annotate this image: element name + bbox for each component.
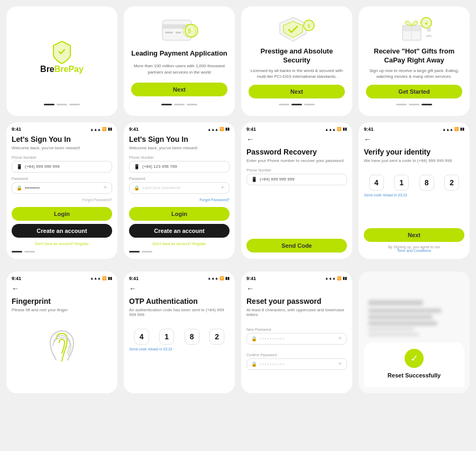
forgot-pw-1: Forgot Password?	[12, 198, 112, 202]
signal-icon-5: ▲▲▲	[90, 276, 101, 280]
security-title: Prestige and Absolute Security	[249, 47, 345, 65]
password-input-2[interactable]: 🔒 input your password 👁	[129, 182, 230, 194]
fingerprint-icon	[46, 328, 78, 365]
eye-icon-new[interactable]: 👁	[338, 336, 342, 341]
phone-input-2[interactable]: 📱 (+84) 123 456 789	[129, 161, 230, 173]
recovery-title: Password Recovery	[246, 148, 347, 157]
eye-icon-2[interactable]: 👁	[221, 185, 225, 190]
eye-icon-1[interactable]: 👁	[103, 185, 107, 190]
gifts-desc: Sign up now to receive a large gift pack…	[366, 68, 462, 79]
status-time-5: 9:41	[12, 276, 21, 281]
register-link-2[interactable]: Register	[193, 242, 206, 246]
status-icons-2: ▲▲▲ 🛜 ▮▮	[207, 127, 230, 131]
new-pw-input[interactable]: 🔒 •••••••••• 👁	[246, 333, 347, 345]
dot-b2	[142, 251, 152, 252]
new-pw-label: New Password	[246, 328, 347, 331]
back-arrow-6[interactable]: ←	[129, 284, 230, 293]
forgot-pw-link-1[interactable]: Forgot Password?	[82, 198, 112, 202]
new-pw-dots: ••••••••••	[260, 336, 335, 341]
password-placeholder-2: input your password	[142, 185, 218, 190]
onboarding-card-gifts: ♦ Receive "Hot" Gifts from CaPay Right A…	[359, 6, 470, 116]
signal-icon-2: ▲▲▲	[207, 128, 218, 131]
phone-icon-1: 📱	[16, 164, 22, 169]
success-label: Reset Successfully	[388, 372, 441, 378]
verify-identity-card: 9:41 ▲▲▲ 🛜 ▮▮ ← Verify your identity We …	[359, 122, 470, 259]
svg-text:$: $	[188, 28, 191, 34]
status-bar-2: 9:41 ▲▲▲ 🛜 ▮▮	[129, 127, 230, 132]
otp-digit-7[interactable]: 8	[185, 329, 199, 345]
svg-rect-2	[165, 32, 173, 33]
dot-1	[396, 104, 407, 105]
login-button-1[interactable]: Login	[12, 207, 112, 221]
status-icons-4: ▲▲▲ 🛜 ▮▮	[442, 127, 464, 131]
forgot-pw-2: Forgot Password?	[129, 198, 230, 202]
signal-icon: ▲▲▲	[90, 128, 101, 131]
confirm-pw-input[interactable]: 🔒 •••••••••• 👁	[246, 358, 347, 370]
bottom-dots-2	[129, 251, 230, 252]
password-input-1[interactable]: 🔒 •••••••••• 👁	[12, 182, 112, 194]
security-next-button[interactable]: Next	[249, 85, 345, 98]
brepay-logo-icon	[49, 39, 75, 65]
otp-digit-4[interactable]: 2	[444, 175, 459, 191]
status-bar-4: 9:41 ▲▲▲ 🛜 ▮▮	[364, 127, 464, 132]
forgot-pw-link-2[interactable]: Forgot Password?	[199, 198, 230, 202]
dot-2	[174, 104, 185, 105]
phone-input-1[interactable]: 📱 (+84) 999 999 999	[12, 161, 112, 173]
otp-digit-1[interactable]: 4	[369, 175, 384, 191]
battery-icon-4: ▮▮	[460, 127, 464, 131]
status-icons-5: ▲▲▲ 🛜 ▮▮	[90, 276, 112, 281]
lock-icon-new: 🔒	[251, 336, 257, 341]
onboarding-card-payment: $ Leading Payment Application More than …	[124, 6, 235, 116]
terms-link[interactable]: Term and Conditions	[397, 249, 431, 252]
otp-digit-3[interactable]: 8	[419, 175, 434, 191]
signin-subtitle-1: Welcome back, you've been missed!	[12, 146, 112, 150]
dot-2	[57, 104, 67, 105]
otp-digit-5[interactable]: 4	[134, 329, 149, 345]
dot-3	[304, 104, 315, 105]
password-recovery-card: 9:41 ▲▲▲ 🛜 ▮▮ ← Password Recovery Enter …	[241, 122, 352, 259]
get-started-button[interactable]: Get Started	[366, 85, 462, 98]
recovery-subtitle: Enter your Phone number to recover your …	[246, 158, 347, 163]
otp-grid-4: 4 1 8 2	[364, 175, 464, 191]
fingerprint-title: Fingerprint	[12, 297, 112, 306]
dot-2	[409, 104, 419, 105]
lock-icon-1: 🔒	[16, 185, 22, 191]
login-button-2[interactable]: Login	[129, 207, 230, 221]
wifi-icon-7: 🛜	[337, 276, 342, 281]
dot-3	[69, 104, 80, 105]
resend-text-4: Send code reload in 03:23	[364, 193, 464, 197]
status-bar-6: 9:41 ▲▲▲ 🛜 ▮▮	[129, 276, 230, 281]
lock-icon-2: 🔒	[134, 185, 140, 191]
register-link-1[interactable]: Register	[75, 242, 89, 246]
verify-next-button[interactable]: Next	[364, 228, 464, 242]
send-code-button[interactable]: Send Code	[246, 239, 347, 252]
lock-icon-confirm: 🔒	[251, 362, 257, 367]
battery-icon-2: ▮▮	[225, 127, 230, 131]
gifts-title: Receive "Hot" Gifts from CaPay Right Awa…	[366, 47, 462, 65]
eye-icon-confirm[interactable]: 👁	[338, 362, 342, 366]
dot-3	[187, 104, 197, 105]
back-arrow-4[interactable]: ←	[364, 135, 464, 143]
dot-1	[44, 104, 54, 105]
security-desc: Licensed by all banks in the world & sec…	[249, 68, 345, 79]
otp-digit-8[interactable]: 2	[209, 329, 224, 345]
payment-next-button[interactable]: Next	[131, 83, 227, 96]
create-account-button-2[interactable]: Create an account	[129, 224, 230, 238]
back-arrow-7[interactable]: ←	[246, 284, 347, 293]
signin-title-2: Let's Sign You In	[129, 135, 230, 144]
payment-title: Leading Payment Application	[131, 49, 227, 58]
otp-digit-2[interactable]: 1	[394, 175, 409, 191]
dot-active	[291, 104, 302, 105]
otp-digit-6[interactable]: 1	[159, 329, 174, 345]
resend-timer-6: 03:23	[163, 347, 172, 351]
back-arrow-5[interactable]: ←	[12, 284, 112, 293]
back-arrow-3[interactable]: ←	[246, 135, 347, 143]
svg-rect-3	[176, 32, 181, 33]
signal-icon-6: ▲▲▲	[207, 276, 218, 280]
dot-a2	[129, 251, 140, 252]
dont-have-1: Don't have an account? Register	[12, 242, 112, 246]
create-account-button-1[interactable]: Create an account	[12, 224, 112, 238]
signal-icon-3: ▲▲▲	[325, 128, 336, 131]
dot-1	[279, 104, 289, 105]
phone-input-3[interactable]: 📱 (+84) 999 999 999	[246, 174, 347, 185]
